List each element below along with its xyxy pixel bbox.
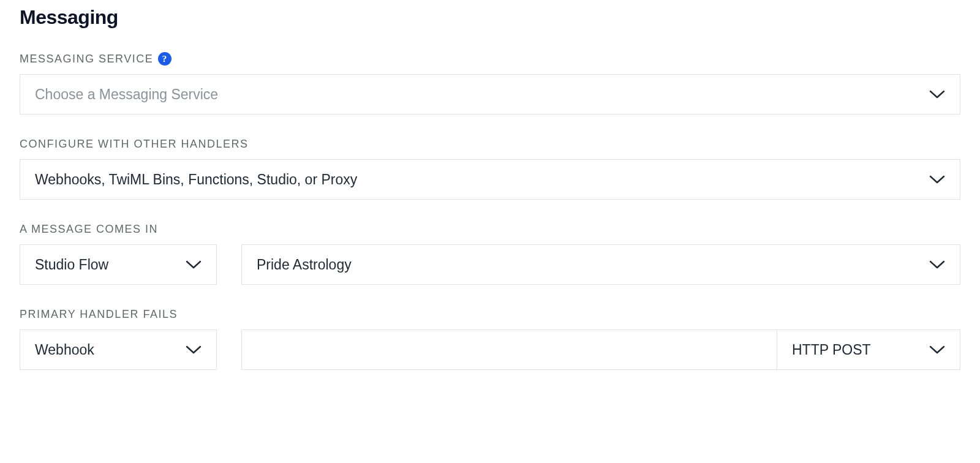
help-icon[interactable]: ? xyxy=(158,52,172,66)
message-comes-in-value-select[interactable]: Pride Astrology xyxy=(241,244,960,285)
chevron-down-icon xyxy=(186,260,202,269)
primary-handler-fails-method-value: HTTP POST xyxy=(792,342,871,358)
chevron-down-icon xyxy=(929,260,945,269)
chevron-down-icon xyxy=(929,345,945,354)
messaging-service-label-text: MESSAGING SERVICE xyxy=(20,53,153,66)
primary-handler-fails-label-text: PRIMARY HANDLER FAILS xyxy=(20,308,178,321)
section-title: Messaging xyxy=(20,6,960,29)
messaging-service-field: MESSAGING SERVICE ? Choose a Messaging S… xyxy=(20,52,960,115)
messaging-service-label: MESSAGING SERVICE ? xyxy=(20,52,960,66)
configure-handlers-field: CONFIGURE WITH OTHER HANDLERS Webhooks, … xyxy=(20,138,960,200)
message-comes-in-label-text: A MESSAGE COMES IN xyxy=(20,223,158,236)
primary-handler-fails-url-input[interactable] xyxy=(241,329,777,370)
message-comes-in-value: Pride Astrology xyxy=(257,257,352,273)
message-comes-in-type-select[interactable]: Studio Flow xyxy=(20,244,217,285)
configure-handlers-select-value: Webhooks, TwiML Bins, Functions, Studio,… xyxy=(35,171,357,188)
message-comes-in-label: A MESSAGE COMES IN xyxy=(20,223,960,236)
chevron-down-icon xyxy=(186,345,202,354)
primary-handler-fails-field: PRIMARY HANDLER FAILS Webhook HTTP POST xyxy=(20,308,960,370)
configure-handlers-label: CONFIGURE WITH OTHER HANDLERS xyxy=(20,138,960,151)
configure-handlers-select[interactable]: Webhooks, TwiML Bins, Functions, Studio,… xyxy=(20,159,960,200)
messaging-service-select-value: Choose a Messaging Service xyxy=(35,86,218,103)
primary-handler-fails-label: PRIMARY HANDLER FAILS xyxy=(20,308,960,321)
primary-handler-fails-type-value: Webhook xyxy=(35,342,94,358)
chevron-down-icon xyxy=(929,90,945,99)
message-comes-in-type-value: Studio Flow xyxy=(35,257,108,273)
message-comes-in-field: A MESSAGE COMES IN Studio Flow Pride Ast… xyxy=(20,223,960,285)
configure-handlers-label-text: CONFIGURE WITH OTHER HANDLERS xyxy=(20,138,249,151)
chevron-down-icon xyxy=(929,175,945,184)
messaging-service-select[interactable]: Choose a Messaging Service xyxy=(20,74,960,115)
primary-handler-fails-type-select[interactable]: Webhook xyxy=(20,329,217,370)
primary-handler-fails-method-select[interactable]: HTTP POST xyxy=(777,329,960,370)
